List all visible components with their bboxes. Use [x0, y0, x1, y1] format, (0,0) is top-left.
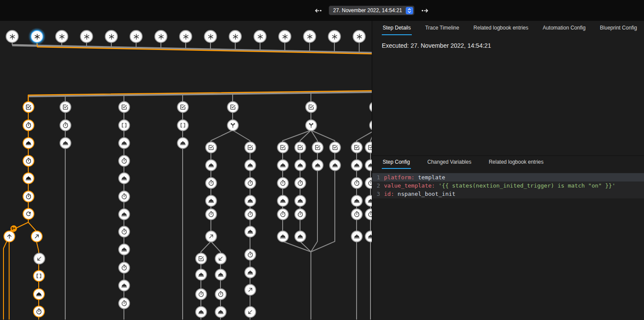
trace-node-split[interactable]	[305, 119, 317, 131]
trace-node-delay[interactable]	[118, 191, 130, 202]
tab-trace-timeline[interactable]: Trace Timeline	[424, 21, 460, 35]
previous-run-button[interactable]	[312, 5, 323, 16]
trace-node-brackets[interactable]	[177, 119, 189, 131]
trace-node-condition[interactable]	[244, 142, 256, 153]
trace-node-condition[interactable]	[195, 253, 207, 264]
trace-node-delay[interactable]	[118, 226, 130, 238]
trace-node-service[interactable]	[351, 195, 363, 207]
trace-node-asterisk[interactable]	[204, 30, 217, 43]
trace-node-service[interactable]	[351, 159, 363, 171]
trace-node-service[interactable]	[23, 137, 34, 149]
trace-node-condition[interactable]	[365, 142, 372, 153]
trace-node-asterisk[interactable]	[154, 30, 167, 43]
trace-node-asterisk[interactable]	[229, 30, 242, 43]
trace-node-arrow-up[interactable]	[3, 231, 15, 242]
trace-node-service[interactable]	[118, 280, 130, 291]
trace-node-delay[interactable]	[365, 177, 372, 189]
trace-node-service[interactable]	[312, 159, 324, 171]
trace-node-condition[interactable]	[351, 142, 363, 153]
trace-node-delay[interactable]	[23, 155, 34, 167]
trace-node-service[interactable]	[118, 172, 130, 184]
trace-node-service[interactable]	[294, 231, 306, 242]
trace-node-service[interactable]	[365, 231, 372, 242]
trace-node-service[interactable]	[195, 269, 207, 280]
trace-node-asterisk[interactable]	[328, 30, 341, 43]
trace-node-delay[interactable]	[23, 191, 34, 202]
tab-blueprint-config[interactable]: Blueprint Config	[599, 21, 638, 35]
trace-node-condition[interactable]	[294, 142, 306, 153]
trace-node-arrow-top-right[interactable]	[205, 231, 217, 242]
trace-node-condition[interactable]	[312, 142, 324, 153]
trace-node-service[interactable]	[205, 159, 217, 171]
run-select[interactable]: 27. November 2022, 14:54:21	[329, 6, 414, 15]
trace-node-delay[interactable]	[33, 306, 45, 317]
trace-node-delay[interactable]	[277, 177, 289, 189]
trace-node-delay[interactable]	[244, 208, 256, 220]
trace-node-service[interactable]	[118, 208, 130, 220]
trace-node-service[interactable]	[294, 159, 306, 171]
trace-node-condition[interactable]	[205, 142, 217, 153]
trace-node-service[interactable]	[365, 159, 372, 171]
trace-node-service[interactable]	[351, 231, 363, 242]
trace-node-delay[interactable]	[118, 297, 130, 309]
trace-node-condition[interactable]	[23, 101, 34, 113]
trace-node-service[interactable]	[294, 195, 306, 207]
trace-node-asterisk[interactable]	[6, 30, 19, 43]
trace-node-condition[interactable]	[227, 101, 239, 113]
trace-node-asterisk[interactable]	[303, 30, 316, 43]
trace-node-asterisk[interactable]	[105, 30, 118, 43]
trace-node-brackets[interactable]	[118, 119, 130, 131]
trace-node-service[interactable]	[33, 288, 45, 300]
trace-node-service[interactable]	[277, 231, 289, 242]
trace-node-delay[interactable]	[195, 288, 207, 300]
trace-node-asterisk-selected[interactable]	[30, 30, 43, 43]
tab-related-logbook-entries[interactable]: Related logbook entries	[473, 21, 529, 35]
trace-node-arrow-bottom-left[interactable]	[215, 253, 227, 264]
trace-node-asterisk[interactable]	[254, 30, 267, 43]
trace-node-delay[interactable]	[351, 208, 363, 220]
trace-node-delay[interactable]	[60, 119, 71, 131]
trace-node-delay[interactable]	[205, 177, 217, 189]
subtab-step-config[interactable]: Step Config	[382, 156, 411, 169]
trace-node-split[interactable]	[227, 119, 239, 131]
trace-node-service[interactable]	[277, 159, 289, 171]
trace-node-service[interactable]	[329, 159, 341, 171]
next-run-button[interactable]	[420, 5, 431, 16]
trace-node-repeat[interactable]	[23, 208, 34, 220]
trace-node-delay[interactable]	[277, 208, 289, 220]
subtab-related-logbook-entries[interactable]: Related logbook entries	[488, 156, 544, 169]
trace-node-condition[interactable]	[60, 101, 71, 113]
trace-node-service[interactable]	[215, 269, 227, 280]
trace-node-asterisk[interactable]	[130, 30, 143, 43]
trace-node-delay[interactable]	[244, 177, 256, 189]
trace-node-delay[interactable]	[118, 262, 130, 274]
trace-node-service[interactable]	[23, 172, 34, 184]
trace-node-condition[interactable]	[118, 101, 130, 113]
trace-node-arrow-bottom-left[interactable]	[33, 253, 45, 264]
trace-node-condition[interactable]	[177, 101, 189, 113]
trace-node-delay[interactable]	[205, 208, 217, 220]
trace-node-condition[interactable]	[329, 142, 341, 153]
trace-node-delay[interactable]	[294, 208, 306, 220]
trace-node-delay[interactable]	[294, 177, 306, 189]
trace-node-condition[interactable]	[305, 101, 317, 113]
trace-node-arrow-top-right[interactable]	[244, 284, 256, 296]
trace-node-delay[interactable]	[365, 208, 372, 220]
trace-node-asterisk[interactable]	[353, 30, 366, 43]
trace-node-service[interactable]	[365, 195, 372, 207]
trace-node-asterisk[interactable]	[179, 30, 192, 43]
trace-node-asterisk[interactable]	[80, 30, 93, 43]
trace-node-service[interactable]	[118, 244, 130, 255]
trace-node-delay[interactable]	[215, 288, 227, 300]
trace-node-service[interactable]	[60, 137, 71, 149]
trace-node-delay[interactable]	[118, 155, 130, 167]
trace-node-service[interactable]	[244, 159, 256, 171]
trace-node-asterisk[interactable]	[55, 30, 68, 43]
trace-node-service[interactable]	[244, 195, 256, 207]
trace-node-service[interactable]	[177, 137, 189, 149]
trace-node-service[interactable]	[205, 195, 217, 207]
tab-automation-config[interactable]: Automation Config	[542, 21, 587, 35]
trace-node-service[interactable]	[118, 137, 130, 149]
subtab-changed-variables[interactable]: Changed Variables	[427, 156, 472, 169]
trace-node-delay[interactable]	[23, 119, 34, 131]
